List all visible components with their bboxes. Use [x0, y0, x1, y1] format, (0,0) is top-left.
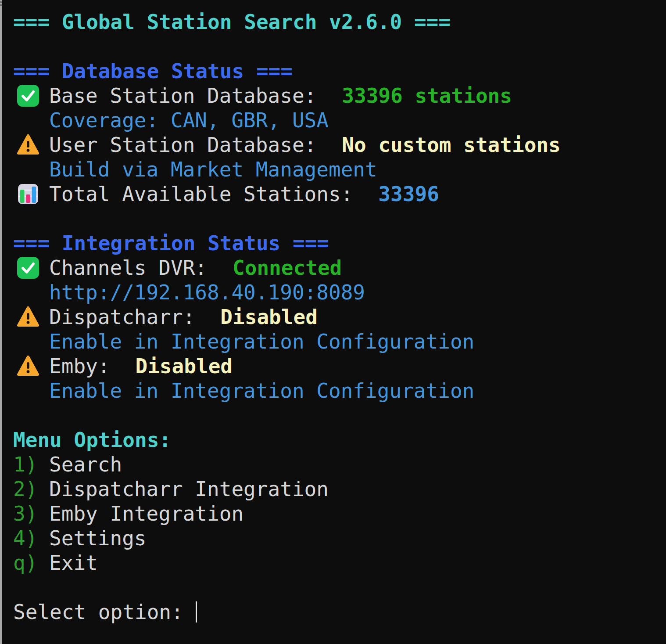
menu-key: 4) — [13, 526, 49, 550]
channels-dvr-row: Channels DVR: Connected — [13, 255, 666, 280]
select-option-prompt[interactable]: Select option: — [13, 600, 666, 624]
warning-icon — [17, 306, 39, 328]
terminal-output: === Global Station Search v2.6.0 === ===… — [0, 0, 666, 624]
total-stations-label: Total Available Stations: — [49, 182, 353, 206]
menu-item-search: 1) Search — [13, 452, 666, 477]
menu-item-dispatcharr-integration: 2) Dispatcharr Integration — [13, 477, 666, 501]
app-title: === Global Station Search v2.6.0 === — [13, 10, 666, 34]
dispatcharr-note: Enable in Integration Configuration — [13, 329, 666, 354]
warning-icon — [17, 355, 39, 378]
menu-key: 1) — [13, 452, 49, 477]
integration-status-header: === Integration Status === — [13, 231, 666, 255]
total-stations-value: 33396 — [378, 182, 439, 206]
menu-label: Search — [49, 452, 122, 477]
database-status-header: === Database Status === — [13, 59, 666, 83]
warning-icon — [17, 133, 39, 156]
base-station-database-row: Base Station Database: 33396 stations — [13, 83, 666, 108]
menu-options-header: Menu Options: — [13, 428, 666, 452]
bar-chart-icon — [17, 183, 39, 205]
menu-label: Dispatcharr Integration — [49, 477, 329, 501]
base-station-database-label: Base Station Database: — [49, 83, 316, 108]
emby-status: Disabled — [135, 354, 233, 378]
check-icon — [17, 256, 39, 279]
menu-key: q) — [13, 550, 49, 575]
user-station-database-value: No custom stations — [342, 133, 561, 157]
emby-label: Emby: — [49, 354, 110, 378]
menu-label: Exit — [49, 550, 98, 575]
menu-key: 3) — [13, 501, 49, 526]
base-station-database-value: 33396 stations — [342, 83, 512, 108]
menu-item-emby-integration: 3) Emby Integration — [13, 501, 666, 526]
dispatcharr-row: Dispatcharr: Disabled — [13, 305, 666, 329]
dispatcharr-label: Dispatcharr: — [49, 305, 195, 329]
emby-note: Enable in Integration Configuration — [13, 378, 666, 403]
user-station-database-row: User Station Database: No custom station… — [13, 133, 666, 157]
menu-label: Settings — [49, 526, 147, 550]
emby-row: Emby: Disabled — [13, 354, 666, 378]
menu-item-exit: q) Exit — [13, 550, 666, 575]
channels-dvr-status: Connected — [233, 255, 342, 280]
user-station-build-note: Build via Market Management — [13, 157, 666, 182]
base-station-coverage-note: Coverage: CAN, GBR, USA — [13, 108, 666, 133]
check-icon — [17, 84, 39, 107]
dispatcharr-status: Disabled — [220, 305, 318, 329]
select-option-label: Select option: — [13, 600, 183, 624]
terminal-window: === Global Station Search v2.6.0 === ===… — [0, 0, 666, 644]
channels-dvr-url: http://192.168.40.190:8089 — [13, 280, 666, 305]
menu-key: 2) — [13, 477, 49, 501]
channels-dvr-label: Channels DVR: — [49, 255, 207, 280]
total-stations-row: Total Available Stations: 33396 — [13, 182, 666, 206]
menu-item-settings: 4) Settings — [13, 526, 666, 550]
user-station-database-label: User Station Database: — [49, 133, 316, 157]
text-cursor — [196, 601, 197, 622]
menu-label: Emby Integration — [49, 501, 243, 526]
